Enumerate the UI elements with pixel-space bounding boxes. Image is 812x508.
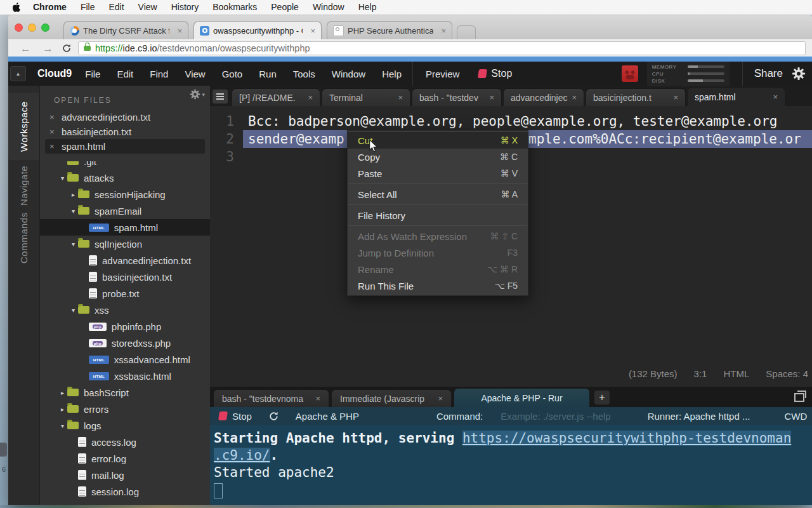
folder-collapsed-icon[interactable]: ▸ xyxy=(69,191,78,198)
open-file-item[interactable]: ×advancedinjection.txt xyxy=(45,110,205,124)
browser-tab-1[interactable]: The Dirty CSRF Attack for× xyxy=(63,21,188,39)
close-tab-icon[interactable]: × xyxy=(773,92,778,102)
tree-item[interactable]: ▾xss xyxy=(40,302,210,318)
close-tab-icon[interactable]: × xyxy=(398,93,403,102)
tab-list-icon[interactable] xyxy=(213,90,228,104)
menu-item-select-all[interactable]: Select All⌘ A xyxy=(348,186,528,203)
close-file-icon[interactable]: × xyxy=(49,142,62,151)
tree-item[interactable]: phpstoredxss.php xyxy=(40,335,210,351)
close-tab-icon[interactable]: × xyxy=(489,93,494,102)
editor-tab-1[interactable]: [P] /README.× xyxy=(232,88,320,106)
settings-gear-icon[interactable] xyxy=(792,67,806,81)
ide-menu-window[interactable]: Window xyxy=(324,69,374,79)
tree-item[interactable]: .git xyxy=(40,161,210,170)
code-editor[interactable]: 1 Bcc: badperson@example.org, people@exa… xyxy=(210,106,812,387)
maximize-console-icon[interactable] xyxy=(794,393,804,402)
terminal-link[interactable]: .c9.io/ xyxy=(214,448,270,463)
preview-button[interactable]: Preview xyxy=(416,69,469,79)
new-tab-button[interactable] xyxy=(457,25,476,39)
syntax-mode[interactable]: HTML xyxy=(723,368,749,379)
macos-menu-item-help[interactable]: Help xyxy=(351,2,384,12)
ide-menu-find[interactable]: Find xyxy=(141,69,176,79)
folder-expanded-icon[interactable]: ▾ xyxy=(58,175,67,182)
tree-item[interactable]: basicinjection.txt xyxy=(40,269,210,285)
tree-item[interactable]: mail.log xyxy=(40,467,210,483)
folder-expanded-icon[interactable]: ▾ xyxy=(69,208,78,215)
editor-tab-4[interactable]: advancedinjec× xyxy=(503,88,584,106)
command-input[interactable]: Example: ./server.js --help xyxy=(501,411,610,422)
tree-item[interactable]: session.log xyxy=(40,483,210,500)
tree-item[interactable]: probe.txt xyxy=(40,285,210,302)
macos-menu-item-window[interactable]: Window xyxy=(306,2,351,12)
close-file-icon[interactable]: × xyxy=(49,112,62,122)
tree-item[interactable]: ▾logs xyxy=(40,417,210,434)
collapse-menubar-button[interactable]: ▲ xyxy=(10,66,26,81)
workspace-gear-icon[interactable]: ▾ xyxy=(190,89,205,100)
forward-icon[interactable]: → xyxy=(43,43,53,54)
add-console-tab-button[interactable]: + xyxy=(594,391,610,404)
close-tab-icon[interactable]: × xyxy=(308,26,315,36)
tree-item[interactable]: ▸errors xyxy=(40,401,210,417)
open-file-item[interactable]: ×spam.html xyxy=(45,139,205,154)
menu-item-file-history[interactable]: File History xyxy=(348,207,528,224)
menu-item-run-this-file[interactable]: Run This File⌥ F5 xyxy=(348,277,528,294)
editor-tab-3[interactable]: bash - "testdev× xyxy=(412,88,502,106)
stop-button[interactable]: Stop xyxy=(469,68,521,79)
minimize-window-icon[interactable] xyxy=(28,23,36,32)
tree-item[interactable]: phpphpinfo.php xyxy=(40,318,210,335)
runner-stop-icon[interactable] xyxy=(218,411,228,420)
open-file-item[interactable]: ×basicinjection.txt xyxy=(45,124,205,139)
ide-menu-run[interactable]: Run xyxy=(251,69,285,79)
cloud9-account-icon[interactable] xyxy=(622,65,638,82)
tree-item[interactable]: ▸bashScript xyxy=(40,384,210,401)
runner-stop-label[interactable]: Stop xyxy=(232,411,252,422)
runner-selector[interactable]: Runner: Apache httpd ... xyxy=(648,411,750,422)
tree-item[interactable]: HTMLxssbasic.html xyxy=(40,368,210,384)
macos-menu-item-view[interactable]: View xyxy=(131,2,164,12)
macos-menu-item-history[interactable]: History xyxy=(164,2,206,12)
folder-collapsed-icon[interactable]: ▸ xyxy=(58,389,67,396)
editor-tab-5[interactable]: basicinjection.t× xyxy=(586,88,686,106)
tree-item[interactable]: ▸sessionHijacking xyxy=(40,186,210,203)
folder-collapsed-icon[interactable]: ▸ xyxy=(58,406,67,413)
ide-menu-edit[interactable]: Edit xyxy=(108,69,141,79)
editor-tab-6[interactable]: spam.html× xyxy=(687,87,785,106)
back-icon[interactable]: ← xyxy=(20,43,31,54)
sidebar-tab-navigate[interactable]: Navigate xyxy=(8,163,39,208)
ide-menu-help[interactable]: Help xyxy=(374,69,410,79)
apple-icon[interactable] xyxy=(13,3,21,12)
tree-item[interactable]: error.log xyxy=(40,450,210,467)
reload-icon[interactable] xyxy=(62,43,72,53)
close-tab-icon[interactable]: × xyxy=(438,26,446,36)
close-tab-icon[interactable]: × xyxy=(438,394,443,403)
close-tab-icon[interactable]: × xyxy=(174,26,182,36)
ide-menu-tools[interactable]: Tools xyxy=(285,69,324,79)
editor-tab-2[interactable]: Terminal× xyxy=(322,88,410,106)
close-file-icon[interactable]: × xyxy=(49,127,62,137)
console-tab-1[interactable]: bash - "testdevnoma× xyxy=(213,389,329,407)
macos-menu-item-chrome[interactable]: Chrome xyxy=(26,2,74,12)
tree-item[interactable]: ▾attacks xyxy=(40,170,210,186)
macos-menu-item-edit[interactable]: Edit xyxy=(102,2,131,12)
console-tab-3[interactable]: Apache & PHP - Rur xyxy=(454,388,590,407)
runner-restart-icon[interactable] xyxy=(268,411,279,422)
ide-menu-file[interactable]: File xyxy=(77,69,108,79)
folder-expanded-icon[interactable]: ▾ xyxy=(58,422,67,429)
zoom-window-icon[interactable] xyxy=(41,23,49,32)
tree-item[interactable]: ▾sqlInjection xyxy=(40,236,210,252)
close-tab-icon[interactable]: × xyxy=(673,93,678,102)
close-tab-icon[interactable]: × xyxy=(308,93,313,102)
ide-menu-view[interactable]: View xyxy=(176,69,213,79)
browser-tab-2[interactable]: owaspsecuritywithphp - Cl× xyxy=(193,21,322,39)
ide-brand[interactable]: Cloud9 xyxy=(37,68,72,79)
cursor-position[interactable]: 3:1 xyxy=(694,368,707,379)
console-tab-2[interactable]: Immediate (Javascrip× xyxy=(331,389,452,407)
folder-expanded-icon[interactable]: ▾ xyxy=(69,241,78,248)
macos-menu-item-people[interactable]: People xyxy=(264,2,306,12)
macos-menu-item-file[interactable]: File xyxy=(74,2,102,12)
spaces-setting[interactable]: Spaces: 4 xyxy=(766,368,808,379)
cwd-selector[interactable]: CWD xyxy=(784,411,807,422)
ide-menu-goto[interactable]: Goto xyxy=(214,69,251,79)
browser-tab-3[interactable]: PHP Secure Authentication× xyxy=(327,21,452,39)
tree-item[interactable]: ▾spamEmail xyxy=(40,203,210,219)
